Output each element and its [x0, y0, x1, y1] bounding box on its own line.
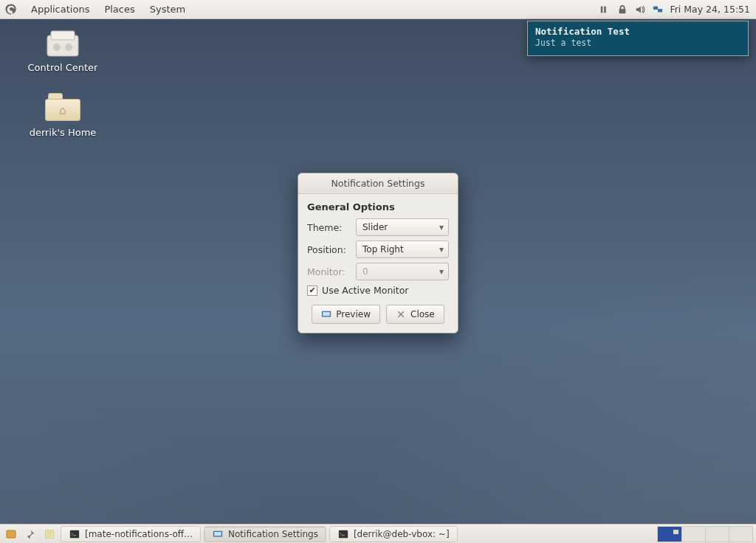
- workspace-4[interactable]: [729, 527, 752, 542]
- theme-combo[interactable]: Slider ▾: [356, 218, 449, 236]
- system-tray: Fri May 24, 15:51: [599, 4, 756, 15]
- workspace-switcher[interactable]: [657, 526, 753, 542]
- terminal-icon: [69, 528, 80, 540]
- task-terminal[interactable]: [derrik@deb-vbox: ~]: [329, 526, 458, 542]
- note-icon[interactable]: [41, 526, 58, 542]
- window-title: Notification Settings: [331, 178, 425, 189]
- clock[interactable]: Fri May 24, 15:51: [670, 4, 750, 15]
- terminal-icon: [337, 528, 349, 540]
- chevron-down-icon: ▾: [439, 244, 444, 255]
- monitor-combo: 0 ▾: [356, 263, 449, 280]
- notification-title: Notification Test: [535, 26, 740, 37]
- notification-popup[interactable]: Notification Test Just a test: [527, 21, 749, 56]
- theme-label: Theme:: [307, 222, 350, 233]
- menu-applications[interactable]: Applications: [24, 0, 97, 19]
- svg-rect-10: [7, 530, 16, 538]
- task-label: [mate-notifications-off…: [85, 529, 193, 539]
- use-active-monitor-checkbox[interactable]: ✔ Use Active Monitor: [307, 285, 449, 296]
- network-icon[interactable]: [652, 4, 664, 15]
- bottom-panel: [mate-notifications-off… Notification Se…: [0, 524, 756, 543]
- chevron-down-icon: ▾: [439, 222, 444, 232]
- close-button[interactable]: Close: [386, 305, 444, 324]
- preview-button[interactable]: Preview: [312, 305, 380, 324]
- position-combo[interactable]: Top Right ▾: [356, 241, 449, 258]
- show-desktop-icon[interactable]: [3, 526, 19, 542]
- workspace-3[interactable]: [705, 527, 729, 542]
- display-icon: [212, 528, 224, 540]
- task-notification-settings[interactable]: Notification Settings: [204, 526, 326, 542]
- window-titlebar[interactable]: Notification Settings: [298, 173, 458, 194]
- svg-point-7: [65, 44, 72, 51]
- home-folder-icon: ⌂: [45, 93, 80, 124]
- section-heading: General Options: [307, 201, 449, 212]
- lock-icon[interactable]: [616, 4, 628, 15]
- checkbox-label: Use Active Monitor: [322, 285, 408, 296]
- monitor-value: 0: [362, 266, 368, 277]
- task-label: [derrik@deb-vbox: ~]: [354, 529, 450, 539]
- close-icon: [396, 309, 406, 319]
- top-panel: Applications Places System Fri May 24, 1…: [0, 0, 756, 19]
- task-mate-notifications[interactable]: [mate-notifications-off…: [61, 526, 201, 542]
- position-value: Top Right: [362, 244, 404, 255]
- volume-icon[interactable]: [634, 4, 646, 15]
- button-label: Close: [410, 309, 435, 319]
- workspace-2[interactable]: [681, 527, 705, 542]
- position-label: Position:: [307, 244, 350, 255]
- svg-rect-9: [323, 312, 330, 316]
- notification-body: Just a test: [535, 38, 740, 48]
- svg-rect-2: [653, 6, 658, 9]
- monitor-label: Monitor:: [307, 266, 350, 277]
- display-icon: [321, 309, 331, 319]
- menu-system[interactable]: System: [142, 0, 193, 19]
- chevron-down-icon: ▾: [439, 266, 444, 277]
- distro-logo-icon[interactable]: [3, 1, 19, 18]
- button-label: Preview: [336, 309, 371, 319]
- checkbox-checked-icon: ✔: [307, 286, 317, 296]
- desktop-icon-home[interactable]: ⌂ derrik's Home: [22, 93, 103, 138]
- menu-places[interactable]: Places: [97, 0, 142, 19]
- task-label: Notification Settings: [228, 529, 318, 539]
- theme-value: Slider: [362, 222, 388, 232]
- svg-rect-3: [658, 9, 662, 12]
- desktop-icon-label: Control Center: [22, 62, 103, 73]
- svg-point-6: [53, 44, 61, 51]
- keyboard-indicator-icon[interactable]: [599, 4, 611, 15]
- desktop-icon-control-center[interactable]: Control Center: [22, 28, 103, 73]
- svg-rect-1: [605, 6, 607, 13]
- svg-rect-14: [214, 531, 221, 535]
- svg-rect-5: [51, 31, 75, 40]
- workspace-1[interactable]: [658, 527, 681, 542]
- desktop-icon-label: derrik's Home: [22, 127, 103, 138]
- control-center-icon: [45, 28, 80, 59]
- notification-settings-window: Notification Settings General Options Th…: [298, 173, 458, 333]
- pin-icon[interactable]: [22, 526, 38, 542]
- svg-rect-0: [601, 6, 603, 13]
